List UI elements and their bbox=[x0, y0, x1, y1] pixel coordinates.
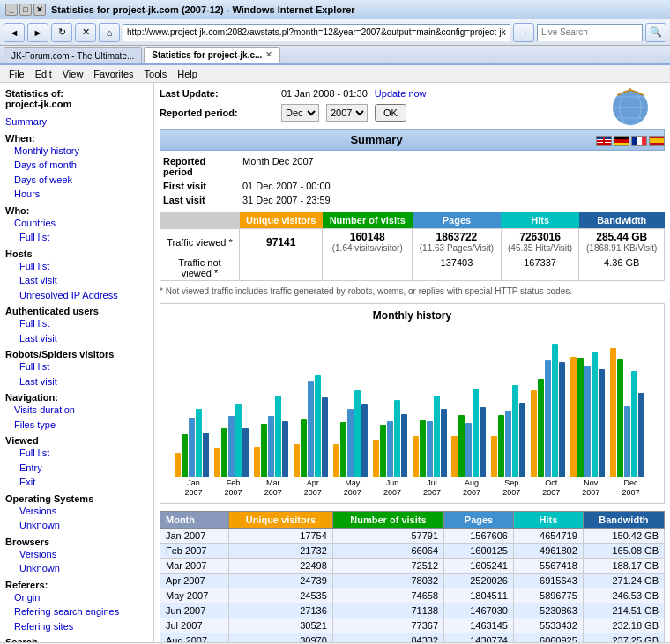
chart-month-label: Nov2007 bbox=[572, 478, 610, 498]
maximize-button[interactable]: □ bbox=[19, 4, 32, 16]
search-button[interactable]: 🔍 bbox=[645, 23, 666, 42]
sidebar-auth-full[interactable]: Full list bbox=[5, 316, 148, 331]
stop-button[interactable]: ✕ bbox=[75, 23, 96, 42]
sidebar-nav-label: Navigation: bbox=[5, 392, 148, 403]
go-button[interactable]: → bbox=[513, 23, 534, 42]
chart-month-label: Mar2007 bbox=[254, 478, 292, 498]
bar-visitors bbox=[254, 447, 260, 477]
refresh-button[interactable]: ↻ bbox=[51, 23, 72, 42]
chart-bar-group bbox=[294, 375, 333, 477]
menu-help[interactable]: Help bbox=[172, 69, 203, 79]
menu-tools[interactable]: Tools bbox=[139, 69, 173, 79]
ok-button[interactable]: OK bbox=[375, 104, 406, 122]
sidebar-os-versions[interactable]: Versions bbox=[5, 504, 148, 519]
table-cell: 5896775 bbox=[513, 588, 583, 603]
summary-section: Summary Reported period Month Dec 2007 F… bbox=[160, 129, 665, 296]
sidebar-search-engines[interactable]: Refering search engines bbox=[5, 604, 148, 619]
bar-hits bbox=[552, 344, 558, 477]
chart-bar-group bbox=[610, 348, 650, 477]
sidebar-hours[interactable]: Hours bbox=[5, 187, 148, 202]
sidebar-files-type[interactable]: Files type bbox=[5, 418, 148, 433]
sidebar-browsers-versions[interactable]: Versions bbox=[5, 547, 148, 562]
tab-statistics[interactable]: Statistics for project-jk.c... ✕ bbox=[144, 47, 280, 63]
monthly-history-section: Monthly history Jan2007Feb2007Mar2007Apr… bbox=[160, 303, 665, 504]
chart-bar-group bbox=[373, 400, 413, 477]
visits-value: 160148 (1.64 visits/visitor) bbox=[323, 229, 413, 255]
menu-view[interactable]: View bbox=[57, 69, 89, 79]
sidebar-hosts-full[interactable]: Full list bbox=[5, 259, 148, 274]
close-button[interactable]: ✕ bbox=[34, 4, 46, 16]
sidebar-robots-last[interactable]: Last visit bbox=[5, 374, 148, 389]
table-cell: 237.25 GB bbox=[583, 633, 664, 642]
chart-month-label: May2007 bbox=[333, 478, 371, 498]
bar-visitors bbox=[373, 440, 379, 477]
tab-close-icon[interactable]: ✕ bbox=[265, 50, 272, 59]
bar-pages bbox=[624, 406, 630, 477]
window-controls[interactable]: _ □ ✕ bbox=[5, 4, 46, 16]
sidebar-os-unknown[interactable]: Unknown bbox=[5, 518, 148, 533]
table-row: Mar 2007224987251216052415567418188.17 G… bbox=[160, 558, 665, 573]
sidebar-monthly-history[interactable]: Monthly history bbox=[5, 144, 148, 159]
forward-button[interactable]: ► bbox=[27, 23, 48, 42]
month-select[interactable]: JanFebMarApr MayJunJulAug SepOctNovDec bbox=[281, 104, 319, 122]
chart-month-label: Sep2007 bbox=[493, 478, 531, 498]
home-button[interactable]: ⌂ bbox=[99, 23, 120, 42]
chart-month-label: Jul2007 bbox=[413, 478, 450, 498]
minimize-button[interactable]: _ bbox=[5, 4, 18, 16]
bar-hits bbox=[196, 409, 202, 477]
visits-header: Number of visits bbox=[323, 212, 413, 229]
sidebar-browsers-unknown[interactable]: Unknown bbox=[5, 561, 148, 576]
sidebar-robots-full[interactable]: Full list bbox=[5, 359, 148, 374]
sidebar-viewed-exit[interactable]: Exit bbox=[5, 475, 148, 490]
bar-pages bbox=[308, 381, 314, 477]
back-button[interactable]: ◄ bbox=[4, 23, 25, 42]
table-cell: 1463145 bbox=[444, 618, 514, 633]
table-cell: 232.18 GB bbox=[583, 618, 664, 633]
bar-visitors bbox=[531, 390, 537, 477]
sidebar-who-label: Who: bbox=[5, 205, 148, 216]
sidebar-countries-full[interactable]: Full list bbox=[5, 230, 148, 245]
pages-header: Pages bbox=[413, 212, 502, 229]
not-viewed-pages: 137403 bbox=[413, 255, 502, 281]
table-cell: Jul 2007 bbox=[160, 618, 229, 633]
sidebar: Statistics of: project-jk.com Summary Wh… bbox=[0, 83, 154, 642]
table-row: Jun 2007271367113814670305230863214.51 G… bbox=[160, 603, 665, 618]
bar-bw bbox=[480, 407, 486, 477]
update-now-link[interactable]: Update now bbox=[375, 88, 427, 99]
year-select[interactable]: 2005200620072008 bbox=[326, 104, 368, 122]
sidebar-viewed-full[interactable]: Full list bbox=[5, 446, 148, 461]
bar-hits bbox=[275, 396, 281, 477]
flag-fr bbox=[631, 136, 647, 146]
sidebar-countries[interactable]: Countries bbox=[5, 216, 148, 231]
th-unique-visitors: Unique visitors bbox=[229, 511, 333, 528]
sidebar-origin[interactable]: Origin bbox=[5, 590, 148, 605]
unique-visitors-value: 97141 bbox=[240, 229, 323, 255]
menu-favorites[interactable]: Favorites bbox=[88, 69, 138, 79]
sidebar-hosts-last[interactable]: Last visit bbox=[5, 273, 148, 288]
tab-jkforum[interactable]: JK-Forum.com - The Ultimate... bbox=[4, 47, 142, 63]
table-cell: 21732 bbox=[229, 543, 333, 558]
tab-jkforum-label: JK-Forum.com - The Ultimate... bbox=[11, 51, 134, 61]
table-cell: 5230863 bbox=[513, 603, 583, 618]
sidebar-days-of-month[interactable]: Days of month bbox=[5, 158, 148, 173]
menu-file[interactable]: File bbox=[4, 69, 30, 79]
sidebar-unresolved-ip[interactable]: Unresolved IP Address bbox=[5, 288, 148, 303]
table-cell: 71138 bbox=[332, 603, 443, 618]
footnote: * Not viewed traffic includes traffic ge… bbox=[160, 286, 665, 296]
sidebar-viewed-entry[interactable]: Entry bbox=[5, 461, 148, 476]
search-box[interactable] bbox=[537, 24, 643, 41]
table-cell: 150.42 GB bbox=[583, 528, 664, 543]
tab-statistics-label: Statistics for project-jk.c... bbox=[152, 50, 262, 60]
table-row: May 2007245357465818045115896775246.53 G… bbox=[160, 588, 665, 603]
reported-period-value: Month Dec 2007 bbox=[239, 154, 665, 179]
address-bar[interactable] bbox=[123, 24, 510, 41]
menu-edit[interactable]: Edit bbox=[30, 69, 57, 79]
sidebar-summary[interactable]: Summary bbox=[5, 115, 148, 130]
sidebar-auth-last[interactable]: Last visit bbox=[5, 331, 148, 346]
first-visit-label: First visit bbox=[160, 179, 239, 193]
chart-month-label: Aug2007 bbox=[453, 478, 491, 498]
sidebar-refering-sites[interactable]: Refering sites bbox=[5, 619, 148, 634]
not-viewed-bw: 4.36 GB bbox=[579, 255, 665, 281]
sidebar-visits-duration[interactable]: Visits duration bbox=[5, 403, 148, 418]
sidebar-days-of-week[interactable]: Days of week bbox=[5, 173, 148, 188]
